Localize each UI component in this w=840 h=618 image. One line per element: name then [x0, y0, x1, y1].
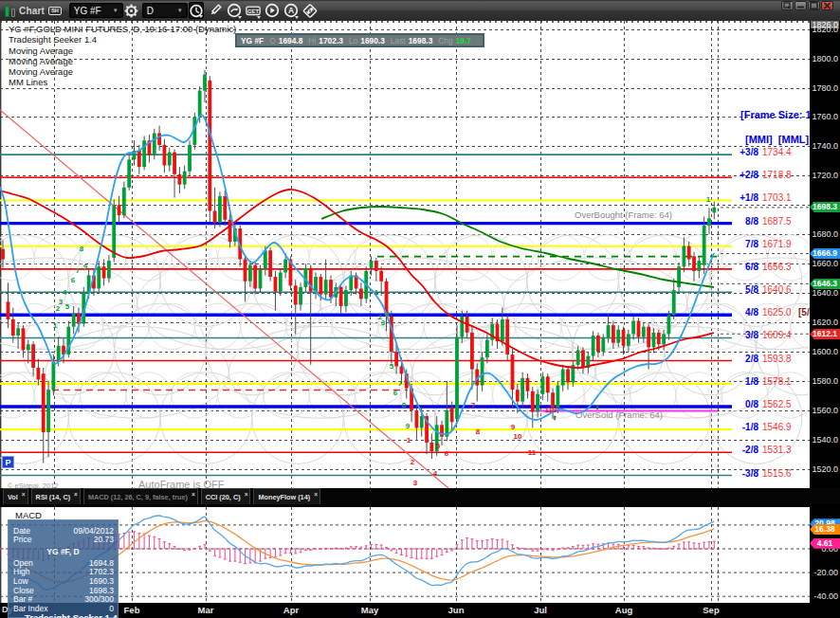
- month-label-jun: Jun: [448, 605, 465, 615]
- svg-text:1593.8: 1593.8: [762, 354, 792, 364]
- macd-chart-svg[interactable]: [0, 507, 810, 603]
- price-tag: 1698.3: [810, 202, 840, 212]
- month-label-sep: Sep: [703, 605, 719, 615]
- svg-text:7/8: 7/8: [745, 239, 758, 249]
- macd-value-tag: 16.38: [810, 524, 840, 535]
- svg-text:8: 8: [402, 401, 407, 409]
- ribbon-last-label: Last: [391, 36, 406, 45]
- svg-text:5: 5: [436, 442, 441, 450]
- svg-text:4/8: 4/8: [745, 307, 758, 318]
- price-tag: 1666.9: [810, 248, 840, 259]
- axis-label: 1680.0: [812, 230, 838, 238]
- indicator-tab-macd[interactable]: MACD (12, 26, C, 9, false, true)×: [83, 488, 198, 504]
- svg-text:4: 4: [63, 288, 67, 297]
- quote-ribbon: YG #F O 1694.8 Hi 1702.3 Lo 1690.3 Last …: [235, 33, 484, 47]
- tab-close-icon[interactable]: ×: [245, 491, 248, 498]
- ribbon-symbol: YG #F: [241, 36, 264, 45]
- svg-text:8: 8: [476, 427, 481, 436]
- svg-text:7: 7: [398, 379, 403, 388]
- indicator-tab-moneyflow[interactable]: MoneyFlow (14)×: [253, 488, 320, 504]
- legend-mml-line[interactable]: MM Lines: [9, 77, 236, 87]
- data-window-row: Close1698.3: [13, 586, 114, 595]
- axis-label: 1520.0: [812, 465, 838, 473]
- indicator-tab-rsi[interactable]: RSI (14, C)×: [31, 488, 81, 504]
- legend-seeker-line[interactable]: Tradesight Seeker 1.4: [9, 34, 236, 45]
- svg-text:+1/8: +1/8: [740, 192, 758, 203]
- symbol-dropdown[interactable]: YG #F▼: [69, 3, 123, 18]
- tab-label: CCI (20, C): [206, 493, 241, 501]
- link-button[interactable]: [302, 2, 318, 19]
- axis-label: 1800.0: [812, 55, 838, 63]
- svg-text:1531.3: 1531.3: [762, 445, 792, 455]
- axis-label: 1780.0: [812, 84, 838, 92]
- price-axis[interactable]: 1826.01820.01800.01780.01760.01740.01720…: [810, 21, 840, 488]
- svg-text:1656.3: 1656.3: [762, 262, 792, 272]
- time-interval-button[interactable]: [189, 2, 204, 19]
- axis-label: 1740.0: [812, 142, 838, 150]
- ribbon-high-value: 1702.3: [319, 36, 343, 45]
- minimize-button[interactable]: [794, 1, 807, 10]
- study-legend: YG #F,GOLD MINI FUTURES, D, 19:16-17:00 …: [9, 24, 236, 88]
- legend-ma1-line[interactable]: Moving Average: [9, 45, 236, 56]
- time-axis[interactable]: Dy FebMarAprMayJunJulAugSep: [0, 603, 840, 618]
- axis-label: 1600.0: [812, 348, 838, 355]
- tab-close-icon[interactable]: ×: [314, 491, 318, 498]
- svg-text:OverSold (Frame: 64): OverSold (Frame: 64): [575, 409, 663, 420]
- price-chart-svg[interactable]: 12345678912345678912345678910111131⬆⬆Ove…: [0, 21, 810, 488]
- pointer-badge[interactable]: P: [2, 456, 14, 468]
- tab-close-icon[interactable]: ×: [192, 491, 195, 498]
- svg-text:1671.9: 1671.9: [762, 239, 792, 249]
- indicator-tab-cci[interactable]: CCI (20, C)×: [201, 488, 251, 504]
- svg-text:[Frame Size: 10: [Frame Size: 10: [740, 109, 810, 120]
- svg-text:1515.6: 1515.6: [762, 468, 792, 479]
- data-window-row: Low1690.3: [13, 576, 114, 586]
- svg-text:⬆: ⬆: [552, 415, 557, 421]
- legend-ma2-line[interactable]: Moving Average: [9, 56, 236, 66]
- svg-text:-1/8: -1/8: [742, 422, 759, 432]
- month-label-may: May: [361, 605, 378, 615]
- svg-text:A: A: [288, 6, 294, 15]
- tab-close-icon[interactable]: ×: [22, 491, 26, 498]
- close-button[interactable]: [821, 1, 833, 10]
- get-studies-button[interactable]: GET: [246, 2, 261, 19]
- svg-text:7: 7: [76, 266, 81, 275]
- gear-icon: [124, 4, 138, 18]
- price-tag: 1646.3: [810, 279, 840, 289]
- draw-tools-button[interactable]: [208, 2, 223, 19]
- popout-button[interactable]: [781, 1, 794, 10]
- data-window-row: Open1694.8: [13, 558, 114, 568]
- svg-text:7: 7: [471, 401, 476, 409]
- svg-text:2: 2: [411, 458, 415, 466]
- chevron-down-icon: ▼: [177, 8, 183, 13]
- svg-text:1: 1: [53, 321, 58, 330]
- interval-value: D: [147, 6, 154, 16]
- svg-text:5: 5: [65, 302, 70, 311]
- ribbon-high-label: Hi: [308, 36, 316, 45]
- macd-axis[interactable]: 0.00-20.00-40.0020.9816.384.61: [810, 507, 840, 603]
- maximize-button[interactable]: [808, 1, 820, 10]
- interval-dropdown[interactable]: D▼: [142, 3, 188, 18]
- play-button[interactable]: [265, 2, 280, 19]
- symbol-settings-button[interactable]: [124, 2, 139, 19]
- tab-label: MACD (12, 26, C, 9, false, true): [88, 493, 188, 501]
- data-window-overlay: Date09/04/2012Price20.73YG #F, DOpen1694…: [8, 519, 119, 618]
- indicator-tab-vol[interactable]: Vol×: [3, 488, 28, 504]
- ribbon-last-value: 1698.3: [409, 36, 433, 45]
- legend-ma3-line[interactable]: Moving Average: [9, 66, 236, 77]
- svg-text:1: 1: [374, 288, 379, 297]
- tab-close-icon[interactable]: ×: [74, 491, 78, 498]
- data-window-row: Price20.73: [13, 535, 114, 544]
- data-window-symbol: YG #F, D: [9, 547, 118, 556]
- svg-text:3: 3: [413, 479, 418, 487]
- reload-button[interactable]: [227, 2, 242, 19]
- ribbon-open-label: O: [269, 36, 276, 45]
- svg-text:0/8: 0/8: [745, 399, 758, 409]
- macd-value-tag: 4.61: [810, 538, 840, 549]
- macd-pane[interactable]: MACD: [0, 507, 810, 606]
- main-price-pane[interactable]: 12345678912345678912345678910111131⬆⬆Ove…: [0, 21, 810, 488]
- auto-analysis-button[interactable]: A: [283, 2, 299, 19]
- title-badge: SH: [48, 7, 62, 15]
- page-tab-label[interactable]: Tradesight Seeker 1.4: [25, 612, 118, 618]
- svg-text:+3/8: +3/8: [740, 147, 758, 157]
- pencil-icon: [208, 3, 223, 18]
